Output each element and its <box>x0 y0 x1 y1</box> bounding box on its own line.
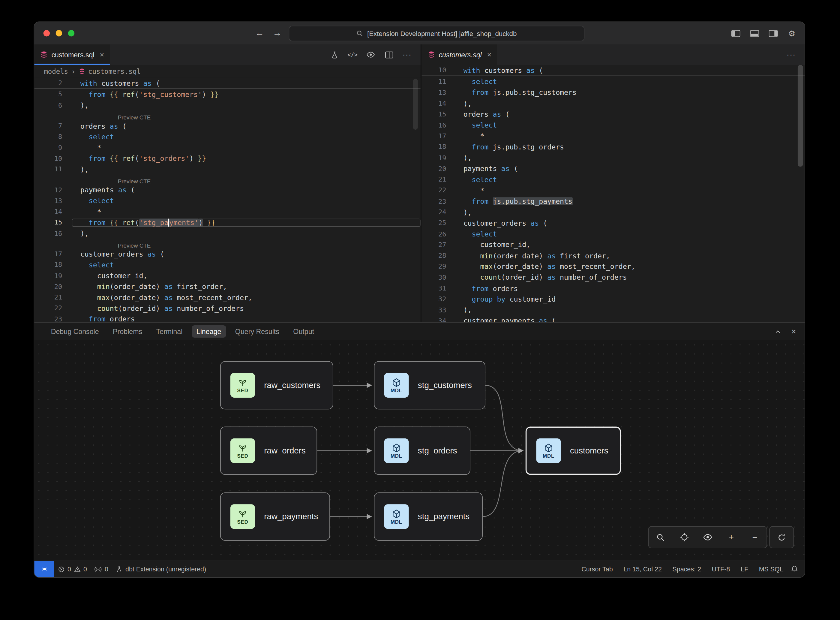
close-panel-icon[interactable]: × <box>791 327 796 336</box>
code-line[interactable]: 13 select <box>34 196 420 206</box>
status-eol[interactable]: LF <box>737 565 752 573</box>
code-line[interactable]: 18 select <box>34 260 420 270</box>
status-language-mode[interactable]: MS SQL <box>755 565 787 573</box>
zoom-window-button[interactable] <box>68 30 74 36</box>
lineage-canvas[interactable]: SEDraw_customersMDLstg_customersSEDraw_o… <box>34 340 805 561</box>
split-editor-icon[interactable] <box>384 49 395 60</box>
zoom-out-icon[interactable]: − <box>743 527 767 548</box>
code-line[interactable]: 6), <box>34 100 420 111</box>
code-line[interactable]: 33), <box>421 305 805 315</box>
code-line[interactable]: 31 from orders <box>421 283 805 294</box>
code-lines[interactable]: 11 select13 from js.pub.stg_customers14)… <box>421 76 805 322</box>
breadcrumb-file[interactable]: customers.sql <box>88 67 141 75</box>
lineage-node-raw_customers[interactable]: SEDraw_customers <box>220 361 333 409</box>
maximize-panel-icon[interactable] <box>774 328 782 335</box>
code-line[interactable]: 34customer_payments as ( <box>421 315 805 322</box>
code-line[interactable]: 27 customer_id, <box>421 239 805 250</box>
code-line[interactable]: 32 group by customer_id <box>421 294 805 305</box>
panel-tab-query-results[interactable]: Query Results <box>230 325 284 338</box>
code-line[interactable]: 28 min(order_date) as first_order, <box>421 250 805 261</box>
code-line[interactable]: 11 select <box>421 76 805 87</box>
code-line[interactable]: 21 select <box>421 174 805 185</box>
compiled-sql-icon[interactable]: </> <box>347 49 358 60</box>
problems-button[interactable]: 0 0 <box>54 561 90 577</box>
code-line[interactable]: 25customer_orders as ( <box>421 218 805 229</box>
code-lens-preview-cte[interactable]: Preview CTE <box>34 111 420 120</box>
refresh-icon[interactable] <box>770 527 793 548</box>
remote-indicator-button[interactable] <box>34 561 54 577</box>
sticky-code-line[interactable]: 10with customers as ( <box>421 65 805 76</box>
code-line[interactable]: 19 customer_id, <box>34 270 420 281</box>
minimize-window-button[interactable] <box>56 30 62 36</box>
lineage-node-stg_payments[interactable]: MDLstg_payments <box>374 492 483 541</box>
status-indentation[interactable]: Spaces: 2 <box>669 565 705 573</box>
more-actions-icon[interactable]: ··· <box>402 49 413 60</box>
code-line[interactable]: 15 from {{ ref('stg_payments') }} <box>34 217 420 228</box>
lineage-node-customers[interactable]: MDLcustomers <box>526 426 621 475</box>
eye-icon[interactable] <box>696 527 720 548</box>
close-tab-icon[interactable]: × <box>487 50 492 59</box>
code-line[interactable]: 10 from {{ ref('stg_orders') }} <box>34 153 420 164</box>
sticky-scroll-line[interactable]: 10with customers as ( <box>421 65 805 76</box>
code-line[interactable]: 20 min(order_date) as first_order, <box>34 281 420 292</box>
close-tab-icon[interactable]: × <box>100 50 104 59</box>
code-line[interactable]: 11), <box>34 164 420 175</box>
code-line[interactable]: 17 * <box>421 131 805 141</box>
code-line[interactable]: 29 max(order_date) as most_recent_order, <box>421 261 805 272</box>
code-line[interactable]: 30 count(order_id) as number_of_orders <box>421 272 805 283</box>
back-icon[interactable]: ← <box>255 28 264 39</box>
zoom-in-icon[interactable]: + <box>720 527 743 548</box>
sticky-code-line[interactable]: 2with customers as ( <box>34 78 420 89</box>
code-line[interactable]: 22 * <box>421 185 805 196</box>
crosshair-icon[interactable] <box>672 527 696 548</box>
dbt-extension-status[interactable]: dbt Extension (unregistered) <box>112 561 210 577</box>
code-line[interactable]: 15orders as ( <box>421 109 805 120</box>
dbt-tests-icon[interactable] <box>329 49 340 60</box>
command-center-search[interactable]: [Extension Development Host] jaffle_shop… <box>289 26 585 41</box>
code-line[interactable]: 20payments as ( <box>421 163 805 174</box>
code-line[interactable]: 26 select <box>421 229 805 239</box>
lineage-node-raw_orders[interactable]: SEDraw_orders <box>220 426 317 475</box>
panel-tab-output[interactable]: Output <box>288 325 319 338</box>
code-line[interactable]: 5 from {{ ref('stg_customers') }} <box>34 89 420 100</box>
lineage-node-stg_customers[interactable]: MDLstg_customers <box>374 361 485 409</box>
toggle-primary-sidebar-icon[interactable] <box>730 28 741 39</box>
code-line[interactable]: 24), <box>421 207 805 218</box>
settings-gear-icon[interactable]: ⚙ <box>786 28 797 39</box>
editor-right[interactable]: 10with customers as ( 11 select13 from j… <box>421 65 805 322</box>
panel-tab-terminal[interactable]: Terminal <box>152 325 188 338</box>
code-line[interactable]: 9 * <box>34 142 420 153</box>
panel-tab-lineage[interactable]: Lineage <box>192 325 226 338</box>
code-line[interactable]: 12payments as ( <box>34 185 420 196</box>
preview-query-icon[interactable] <box>365 49 376 60</box>
code-line[interactable]: 7orders as ( <box>34 120 420 131</box>
toggle-secondary-sidebar-icon[interactable] <box>768 28 778 39</box>
code-lines[interactable]: 5 from {{ ref('stg_customers') }}6),Prev… <box>34 89 420 322</box>
close-window-button[interactable] <box>44 30 50 36</box>
more-actions-icon[interactable]: ··· <box>786 49 797 60</box>
search-icon[interactable] <box>649 527 673 548</box>
code-line[interactable]: 14 * <box>34 206 420 217</box>
code-line[interactable]: 18 from js.pub.stg_orders <box>421 141 805 152</box>
sticky-scroll-line[interactable]: 2with customers as ( <box>34 78 420 89</box>
code-line[interactable]: 23 from js.pub.stg_payments <box>421 196 805 207</box>
code-line[interactable]: 19), <box>421 152 805 163</box>
status-cursor-tab[interactable]: Cursor Tab <box>578 565 616 573</box>
code-line[interactable]: 16 select <box>421 120 805 131</box>
status-encoding[interactable]: UTF-8 <box>708 565 734 573</box>
code-lens-preview-cte[interactable]: Preview CTE <box>34 239 420 248</box>
code-line[interactable]: 21 max(order_date) as most_recent_order, <box>34 292 420 303</box>
code-line[interactable]: 8 select <box>34 131 420 142</box>
editor-left[interactable]: models › customers.sql 2with customers a… <box>34 65 421 322</box>
forward-icon[interactable]: → <box>273 28 282 39</box>
scrollbar-thumb[interactable] <box>413 79 418 130</box>
code-line[interactable]: 17customer_orders as ( <box>34 248 420 259</box>
lineage-node-raw_payments[interactable]: SEDraw_payments <box>220 492 330 541</box>
panel-tab-problems[interactable]: Problems <box>108 325 147 338</box>
code-line[interactable]: 16), <box>34 228 420 239</box>
panel-tab-debug-console[interactable]: Debug Console <box>46 325 104 338</box>
lineage-node-stg_orders[interactable]: MDLstg_orders <box>374 426 470 475</box>
status-cursor-position[interactable]: Ln 15, Col 22 <box>620 565 666 573</box>
tab-customers-sql-right[interactable]: customers.sql × <box>421 44 497 65</box>
code-line[interactable]: 22 count(order_id) as number_of_orders <box>34 303 420 314</box>
